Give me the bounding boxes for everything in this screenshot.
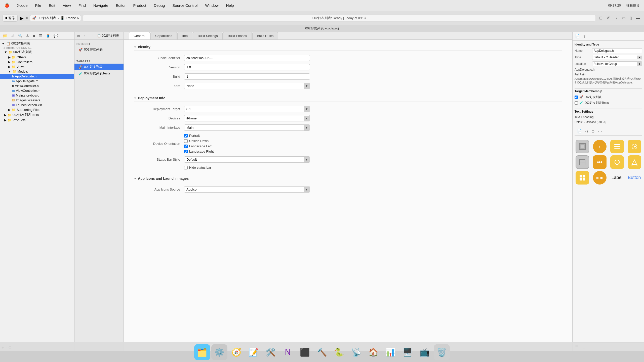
dock-finder[interactable]: 🗂️ xyxy=(194,344,210,360)
sidebar-warning-btn[interactable]: ⚠ xyxy=(25,33,30,38)
back-btn[interactable]: ← xyxy=(82,33,89,38)
dock-fileicons[interactable]: 🐍 xyxy=(331,344,347,360)
sidebar-item-models[interactable]: ▼ 📁 Models xyxy=(0,69,74,74)
rp-type-select[interactable]: Default - C Header xyxy=(592,55,637,60)
layout-btn-5[interactable]: ▯ xyxy=(628,15,633,21)
stop-button[interactable]: ■ 暂停 xyxy=(3,15,18,22)
layout-btn-3[interactable]: ↔ xyxy=(612,15,619,21)
sidebar-item-controllers[interactable]: ▶ 📁 Controllers xyxy=(0,60,74,64)
sidebar-item-appdelegate-m[interactable]: m AppDelegate.m xyxy=(0,79,74,83)
widget-4[interactable] xyxy=(627,140,642,153)
sidebar-breakpoint-btn[interactable]: ◆ xyxy=(31,33,37,38)
sidebar-item-viewcontroller-h[interactable]: h ViewController.h xyxy=(0,83,74,88)
widget-5[interactable] xyxy=(575,155,590,169)
portrait-checkbox[interactable] xyxy=(184,134,188,138)
dock-terminal[interactable]: ⬛ xyxy=(297,344,313,360)
widget-10[interactable]: ⏮⏭ xyxy=(592,171,607,185)
menu-view[interactable]: View xyxy=(61,3,72,8)
team-select[interactable]: None xyxy=(184,83,304,89)
dock-instruments[interactable]: 📊 xyxy=(382,344,398,360)
dock-safari[interactable]: 🧭 xyxy=(228,344,245,360)
identity-header[interactable]: ▼ Identity xyxy=(134,45,562,51)
dock-hammerspoon[interactable]: 🔨 xyxy=(314,344,330,360)
tab-build-rules[interactable]: Build Rules xyxy=(252,32,278,39)
widget-3[interactable] xyxy=(609,140,625,153)
sidebar-item-root[interactable]: ▼ 📋 002好友列表 xyxy=(0,41,74,46)
status-bar-select[interactable]: Default xyxy=(184,157,304,162)
layout-btn-6[interactable]: ▬ xyxy=(634,15,641,21)
tab-build-phases[interactable]: Build Phases xyxy=(223,32,252,39)
hide-status-checkbox[interactable] xyxy=(184,166,188,169)
tab-info[interactable]: Info xyxy=(177,32,192,39)
upside-down-checkbox[interactable] xyxy=(184,139,188,143)
sidebar-speech-btn[interactable]: 💬 xyxy=(52,33,59,38)
target-item-tests[interactable]: 🧪 002好友列表Tests xyxy=(74,70,124,77)
widget-media-btn[interactable]: ▭ xyxy=(597,128,603,134)
dock-notes[interactable]: 📝 xyxy=(246,344,262,360)
sidebar-item-launchscreen[interactable]: ⊞ LaunchScreen.xib xyxy=(0,103,74,107)
sidebar-item-images-xcassets[interactable]: ⊟ Images.xcassets xyxy=(0,98,74,103)
sidebar-group[interactable]: ▼ 📁 002好友列表 xyxy=(0,49,74,55)
sidebar-item-others[interactable]: ▶ 📁 Others xyxy=(0,55,74,60)
menu-debug[interactable]: Debug xyxy=(152,3,166,8)
bundle-id-input[interactable] xyxy=(184,55,310,61)
editor-mode-btn[interactable]: ⊞ xyxy=(75,33,82,38)
dock-xcode[interactable]: 🛠️ xyxy=(263,344,279,360)
dock-system-prefs[interactable]: ⚙️ xyxy=(211,344,227,360)
sidebar-folder-btn[interactable]: 📁 xyxy=(2,33,8,38)
sidebar-item-viewcontroller-m[interactable]: m ViewController.m xyxy=(0,88,74,93)
scheme-selector[interactable]: 🚀 002好友列表 › 📱 iPhone 6 xyxy=(30,15,81,21)
target-member-1-checkbox[interactable] xyxy=(575,96,578,99)
dock-misc3[interactable]: 📺 xyxy=(417,344,433,360)
version-input[interactable] xyxy=(184,64,310,70)
rp-location-select[interactable]: Relative to Group xyxy=(592,62,637,66)
app-icons-header[interactable]: ▼ App Icons and Launch Images xyxy=(134,176,562,182)
dock-misc2[interactable]: 🖥️ xyxy=(399,344,416,360)
widget-file-btn[interactable]: 📄 xyxy=(576,128,583,134)
widget-button-item[interactable]: Button xyxy=(627,171,642,185)
menu-product[interactable]: Product xyxy=(132,3,148,8)
sidebar-list-btn[interactable]: ☰ xyxy=(38,33,44,38)
menu-find[interactable]: Find xyxy=(77,3,87,8)
widget-1[interactable] xyxy=(575,140,590,153)
project-item-main[interactable]: 🚀 002好友列表 xyxy=(74,46,124,53)
deployment-target-select[interactable]: 8.1 xyxy=(184,106,304,112)
menu-edit[interactable]: Edit xyxy=(47,3,57,8)
layout-btn-2[interactable]: ↺ xyxy=(605,15,611,21)
halt-button[interactable]: ■ xyxy=(25,16,28,20)
widget-obj-btn[interactable]: ⊙ xyxy=(590,128,596,134)
sidebar-thread-btn[interactable]: 🧵 xyxy=(45,33,51,38)
sidebar-item-supporting[interactable]: ▶ 📁 Supporting Files xyxy=(0,107,74,112)
devices-select[interactable]: iPhone xyxy=(184,115,304,121)
tab-capabilities[interactable]: Capabilities xyxy=(150,32,177,39)
build-input[interactable] xyxy=(184,73,310,80)
menu-xcode[interactable]: Xcode xyxy=(15,3,29,8)
deployment-header[interactable]: ▼ Deployment Info xyxy=(134,96,562,102)
target-item-main[interactable]: 🚀 002好友列表 xyxy=(74,64,124,70)
menu-window[interactable]: Window xyxy=(204,3,220,8)
rp-help-btn[interactable]: ? xyxy=(582,33,587,39)
menu-file[interactable]: File xyxy=(34,3,43,8)
dock-fetch[interactable]: 📡 xyxy=(348,344,364,360)
forward-btn[interactable]: → xyxy=(89,33,96,38)
menu-source-control[interactable]: Source Control xyxy=(171,3,199,8)
tab-build-settings[interactable]: Build Settings xyxy=(193,32,223,39)
menu-navigate[interactable]: Navigate xyxy=(92,3,110,8)
layout-btn-1[interactable]: ⊞ xyxy=(598,15,604,21)
widget-8[interactable] xyxy=(627,155,642,169)
tab-general[interactable]: General xyxy=(129,32,150,39)
run-button[interactable]: ▶ xyxy=(20,15,23,21)
sidebar-item-views[interactable]: ▶ 📁 Views xyxy=(0,64,74,69)
sidebar-item-tests[interactable]: ▶ 📁 002好友列表Tests xyxy=(0,112,74,118)
dock-trash[interactable]: 🗑️ xyxy=(434,344,450,360)
menu-help[interactable]: Help xyxy=(225,3,235,8)
widget-code-btn[interactable]: {} xyxy=(584,128,589,134)
rp-name-input[interactable] xyxy=(592,48,642,53)
landscape-left-checkbox[interactable] xyxy=(184,145,188,148)
landscape-right-checkbox[interactable] xyxy=(184,150,188,153)
sidebar-item-appdelegate-h[interactable]: h AppDelegate.h xyxy=(0,74,74,79)
widget-6[interactable] xyxy=(592,155,607,169)
main-interface-select[interactable]: Main xyxy=(184,125,304,130)
widget-label-item[interactable]: Label xyxy=(609,171,625,185)
apple-menu[interactable]: 🍎 xyxy=(3,3,11,8)
